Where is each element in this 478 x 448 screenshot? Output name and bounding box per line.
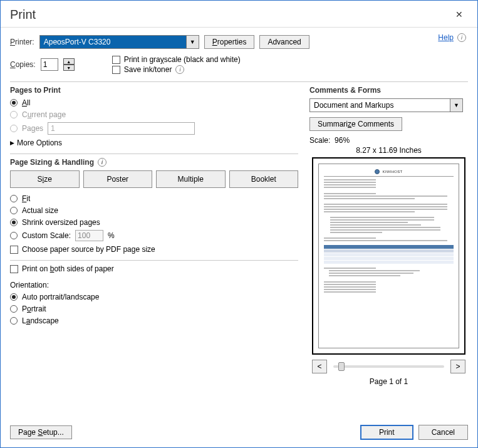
comments-forms-heading: Comments & Forms bbox=[309, 86, 468, 95]
spinner-up-icon[interactable]: ▲ bbox=[63, 58, 75, 65]
comments-forms-value: Document and Markups bbox=[310, 101, 450, 110]
chevron-down-icon: ▼ bbox=[450, 99, 462, 112]
pages-range-radio[interactable] bbox=[10, 125, 18, 132]
orientation-portrait-radio[interactable] bbox=[10, 305, 18, 313]
print-dialog: Print ✕ Help i Printer: ApeosPort-V C332… bbox=[0, 0, 478, 448]
shrink-radio[interactable] bbox=[10, 219, 18, 226]
grayscale-label: Print in grayscale (black and white) bbox=[124, 55, 241, 64]
close-icon[interactable]: ✕ bbox=[450, 7, 468, 22]
scale-value: 96% bbox=[335, 136, 350, 145]
sizing-heading: Page Sizing & Handling i bbox=[10, 158, 298, 167]
both-sides-checkbox[interactable] bbox=[10, 265, 18, 273]
both-sides-label: Print on both sides of paper bbox=[22, 264, 114, 273]
triangle-right-icon: ▶ bbox=[10, 140, 14, 146]
copies-input[interactable] bbox=[41, 58, 58, 71]
orientation-auto-label: Auto portrait/landscape bbox=[22, 293, 99, 301]
print-preview: KIWIHOST bbox=[312, 157, 465, 355]
pages-current-radio[interactable] bbox=[10, 111, 18, 118]
percent-label: % bbox=[108, 231, 115, 240]
printer-selected-value: ApeosPort-V C3320 bbox=[40, 38, 186, 46]
choose-source-checkbox[interactable] bbox=[10, 246, 18, 254]
preview-next-button[interactable]: > bbox=[450, 360, 465, 373]
page-indicator: Page 1 of 1 bbox=[309, 377, 468, 386]
fit-radio[interactable] bbox=[10, 195, 18, 202]
spinner-down-icon[interactable]: ▼ bbox=[63, 65, 75, 71]
cancel-button[interactable]: Cancel bbox=[418, 425, 468, 440]
orientation-landscape-label: Landscape bbox=[22, 316, 59, 325]
page-setup-button[interactable]: Page Setup... bbox=[10, 425, 72, 439]
preview-brand: KIWIHOST bbox=[382, 170, 402, 174]
slider-thumb[interactable] bbox=[338, 362, 345, 371]
printer-label: Printer: bbox=[10, 38, 34, 46]
sizing-info-icon[interactable]: i bbox=[98, 158, 107, 167]
size-tab[interactable]: Size bbox=[10, 170, 80, 188]
pages-all-radio[interactable] bbox=[10, 99, 18, 107]
printer-select[interactable]: ApeosPort-V C3320 ▼ bbox=[39, 35, 199, 49]
chevron-down-icon: ▼ bbox=[186, 36, 199, 48]
page-dimensions: 8.27 x 11.69 Inches bbox=[309, 146, 468, 155]
poster-tab[interactable]: Poster bbox=[83, 170, 153, 188]
orientation-landscape-radio[interactable] bbox=[10, 317, 18, 325]
pages-range-input[interactable] bbox=[48, 122, 195, 135]
choose-source-label: Choose paper source by PDF page size bbox=[22, 245, 155, 254]
multiple-tab[interactable]: Multiple bbox=[156, 170, 226, 188]
save-ink-checkbox[interactable] bbox=[112, 66, 120, 74]
copies-spinner[interactable]: ▲ ▼ bbox=[63, 58, 75, 71]
custom-scale-input[interactable] bbox=[75, 230, 103, 241]
orientation-auto-radio[interactable] bbox=[10, 293, 18, 301]
help-info-icon[interactable]: i bbox=[457, 33, 466, 42]
preview-slider[interactable] bbox=[333, 365, 444, 368]
save-ink-info-icon[interactable]: i bbox=[175, 65, 184, 74]
custom-scale-radio[interactable] bbox=[10, 232, 18, 239]
pages-all-label: All bbox=[22, 98, 30, 107]
save-ink-label: Save ink/toner bbox=[124, 65, 172, 74]
actual-size-radio[interactable] bbox=[10, 207, 18, 214]
comments-forms-select[interactable]: Document and Markups ▼ bbox=[309, 98, 463, 112]
actual-size-label: Actual size bbox=[22, 206, 58, 215]
dialog-title: Print bbox=[10, 8, 36, 22]
scale-label: Scale: bbox=[309, 136, 330, 145]
orientation-heading: Orientation: bbox=[10, 281, 298, 289]
preview-logo-icon bbox=[375, 169, 380, 174]
pages-range-label: Pages bbox=[22, 124, 43, 133]
pages-current-label: Current page bbox=[22, 110, 66, 119]
custom-scale-label: Custom Scale: bbox=[22, 231, 71, 240]
more-options-toggle[interactable]: ▶ More Options bbox=[10, 138, 298, 147]
preview-prev-button[interactable]: < bbox=[312, 360, 327, 373]
pages-to-print-heading: Pages to Print bbox=[10, 86, 298, 95]
print-button[interactable]: Print bbox=[360, 425, 413, 440]
orientation-portrait-label: Portrait bbox=[22, 305, 46, 313]
advanced-button[interactable]: Advanced bbox=[259, 35, 309, 49]
titlebar: Print ✕ bbox=[1, 1, 477, 28]
help-link[interactable]: Help bbox=[438, 33, 454, 42]
fit-label: Fit bbox=[22, 194, 30, 203]
booklet-tab[interactable]: Booklet bbox=[229, 170, 299, 188]
summarize-comments-button[interactable]: Summarize Comments bbox=[309, 117, 402, 131]
grayscale-checkbox[interactable] bbox=[112, 56, 120, 64]
copies-label: Copies: bbox=[10, 60, 36, 69]
shrink-label: Shrink oversized pages bbox=[22, 218, 100, 227]
properties-button[interactable]: Properties bbox=[204, 35, 255, 49]
preview-page: KIWIHOST bbox=[318, 164, 459, 348]
